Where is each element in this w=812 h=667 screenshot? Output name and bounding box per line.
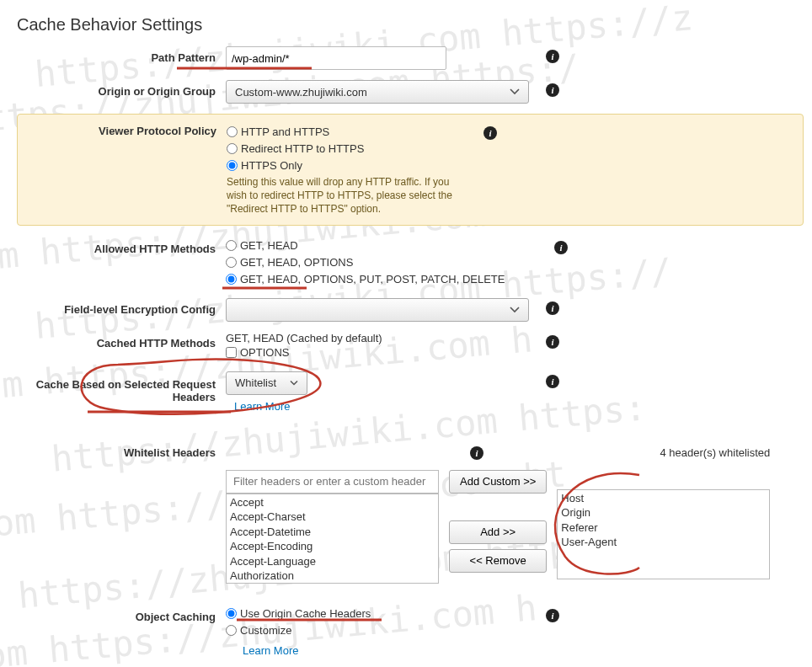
chevron-down-icon — [290, 380, 298, 386]
page-title: Cache Behavior Settings — [17, 15, 804, 35]
whitelist-count-text: 4 header(s) whitelisted — [557, 446, 770, 459]
label-allowed-methods: Allowed HTTP Methods — [17, 237, 226, 255]
info-icon: i — [470, 446, 483, 460]
list-item[interactable]: Accept — [228, 495, 436, 510]
path-pattern-input[interactable] — [226, 46, 446, 70]
origin-group-value: Custom-www.zhujiwiki.com — [235, 86, 367, 99]
vpp-https-only[interactable]: HTTPS Only — [227, 157, 475, 173]
info-icon: i — [546, 50, 559, 63]
info-icon: i — [546, 335, 559, 349]
methods-get-head-options[interactable]: GET, HEAD, OPTIONS — [226, 254, 546, 271]
chevron-down-icon — [510, 307, 520, 313]
methods-get-head[interactable]: GET, HEAD — [226, 237, 546, 254]
label-viewer-protocol: Viewer Protocol Policy — [18, 123, 227, 216]
vpp-redirect[interactable]: Redirect HTTP to HTTPS — [227, 140, 475, 157]
remove-button[interactable]: << Remove — [449, 549, 547, 573]
label-whitelist-headers: Whitelist Headers — [17, 446, 226, 459]
cache-headers-learn-more-link[interactable]: Learn More — [234, 400, 537, 413]
cache-headers-select[interactable]: Whitelist — [226, 371, 307, 395]
available-headers-list[interactable]: Accept Accept-Charset Accept-Datetime Ac… — [226, 494, 439, 584]
list-item[interactable]: Accept-Charset — [228, 510, 436, 525]
add-button[interactable]: Add >> — [449, 520, 547, 544]
methods-all[interactable]: GET, HEAD, OPTIONS, PUT, POST, PATCH, DE… — [226, 271, 546, 288]
oc-customize[interactable]: Customize — [226, 622, 537, 639]
list-item[interactable]: Accept-Encoding — [228, 539, 436, 554]
label-cache-headers: Cache Based on Selected Request Headers — [17, 371, 226, 403]
info-icon: i — [546, 301, 559, 315]
cached-options-checkbox[interactable]: OPTIONS — [226, 344, 537, 361]
info-icon: i — [483, 126, 497, 140]
list-item[interactable]: Referer — [559, 520, 767, 536]
object-caching-learn-more-link[interactable]: Learn More — [243, 644, 537, 657]
vpp-hint: Setting this value will drop any HTTP tr… — [227, 175, 471, 216]
label-path-pattern: Path Pattern — [17, 46, 226, 64]
cache-headers-value: Whitelist — [235, 376, 276, 389]
selected-headers-list[interactable]: Host Origin Referer User-Agent — [557, 489, 770, 579]
info-icon: i — [546, 83, 559, 97]
oc-use-origin[interactable]: Use Origin Cache Headers — [226, 606, 537, 622]
list-item[interactable]: Authorization — [228, 568, 436, 583]
list-item[interactable]: Origin — [559, 505, 767, 520]
list-item[interactable]: Host — [559, 491, 767, 506]
info-icon: i — [554, 241, 568, 254]
cached-default-text: GET, HEAD (Cached by default) — [226, 332, 537, 344]
list-item[interactable]: User-Agent — [559, 535, 767, 550]
info-icon: i — [546, 375, 559, 388]
origin-group-select[interactable]: Custom-www.zhujiwiki.com — [226, 80, 529, 104]
label-object-caching: Object Caching — [17, 606, 226, 623]
info-icon: i — [546, 609, 559, 622]
whitelist-filter-input[interactable] — [226, 470, 439, 494]
list-item[interactable]: Accept-Datetime — [228, 525, 436, 540]
label-fle-config: Field-level Encryption Config — [17, 298, 226, 316]
list-item[interactable]: Accept-Language — [228, 554, 436, 569]
fle-config-select[interactable] — [226, 298, 529, 322]
vpp-http-and-https[interactable]: HTTP and HTTPS — [227, 123, 475, 140]
add-custom-button[interactable]: Add Custom >> — [449, 470, 547, 494]
chevron-down-icon — [510, 88, 520, 95]
label-cached-methods: Cached HTTP Methods — [17, 332, 226, 350]
label-origin-group: Origin or Origin Group — [17, 80, 226, 98]
